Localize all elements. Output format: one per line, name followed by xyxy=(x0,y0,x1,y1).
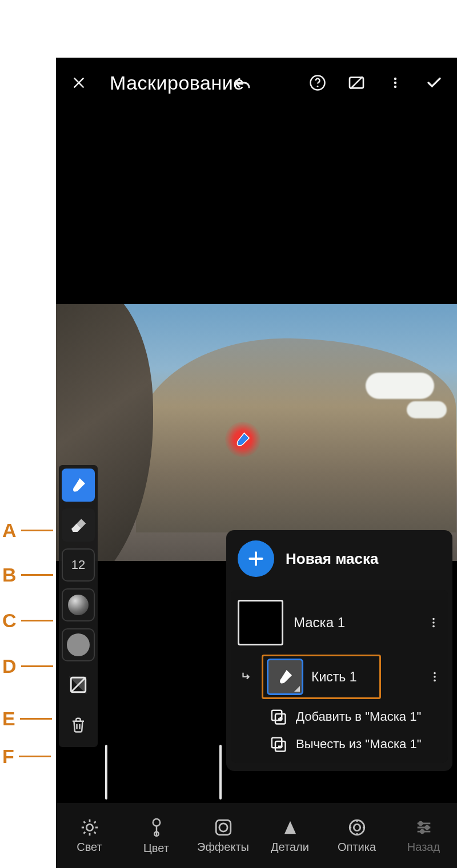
annotation-d: D xyxy=(2,655,53,677)
mask-item[interactable]: Маска 1 xyxy=(233,594,446,651)
close-icon xyxy=(71,75,86,90)
svg-point-21 xyxy=(219,823,227,831)
mask-list: Маска 1 Кисть 1 Добавить xyxy=(231,590,448,763)
annotation-e-label: E xyxy=(2,708,15,730)
delete-mask-button[interactable] xyxy=(62,708,95,741)
svg-point-3 xyxy=(394,78,396,80)
add-to-mask-label: Добавить в "Маска 1" xyxy=(296,709,421,724)
nav-light[interactable]: Свет xyxy=(56,818,123,854)
app-bar: Маскирование xyxy=(56,58,457,108)
svg-point-4 xyxy=(394,82,396,84)
mask-thumbnail xyxy=(238,600,283,645)
svg-point-8 xyxy=(432,621,435,624)
new-mask-button[interactable] xyxy=(238,540,274,577)
help-button[interactable] xyxy=(305,70,330,95)
mask-component-row: Кисть 1 xyxy=(233,651,446,703)
feather-icon xyxy=(68,595,89,615)
cloud-shape xyxy=(366,373,434,399)
component-label: Кисть 1 xyxy=(311,669,356,685)
trash-icon xyxy=(70,716,87,733)
sliders-icon xyxy=(414,818,434,837)
annotation-d-label: D xyxy=(2,655,17,677)
detail-icon xyxy=(282,818,299,837)
slider-tick xyxy=(105,745,107,800)
toggle-preview-button[interactable] xyxy=(344,70,369,95)
svg-point-24 xyxy=(419,822,422,825)
invert-mask-button[interactable] xyxy=(62,668,95,701)
light-icon xyxy=(80,818,99,837)
component-thumbnail xyxy=(267,659,303,695)
nav-detail[interactable]: Детали xyxy=(256,818,323,854)
invert-icon xyxy=(69,675,88,695)
paint-tool[interactable] xyxy=(62,469,95,502)
image-canvas[interactable] xyxy=(56,304,457,561)
svg-point-23 xyxy=(354,824,360,830)
brush-toolbar: 12 xyxy=(59,465,98,747)
mask-component-item[interactable]: Кисть 1 xyxy=(262,655,381,699)
subtract-from-mask-button[interactable]: Вычесть из "Маска 1" xyxy=(233,730,446,757)
slider-tick xyxy=(219,745,222,800)
nav-effects-label: Эффекты xyxy=(197,841,249,854)
help-icon xyxy=(309,74,326,91)
cloud-shape xyxy=(407,401,447,418)
new-mask-label: Новая маска xyxy=(286,550,378,568)
mask-item-label: Маска 1 xyxy=(294,615,416,631)
indent-arrow-icon xyxy=(240,671,252,683)
nav-color-label: Цвет xyxy=(143,842,169,855)
app-title: Маскирование xyxy=(110,72,244,94)
nav-optics-label: Оптика xyxy=(338,841,376,854)
bottom-nav: Свет Цвет Эффекты Детали Оптика Назад xyxy=(56,803,457,868)
annotation-e: E xyxy=(2,708,52,730)
mask-brush-marker[interactable] xyxy=(225,422,260,457)
annotation-a-label: A xyxy=(2,519,17,542)
nav-optics[interactable]: Оптика xyxy=(323,818,390,854)
masks-panel: Новая маска Маска 1 Кисть 1 xyxy=(226,530,452,771)
effects-icon xyxy=(214,818,233,837)
color-icon xyxy=(148,817,165,838)
nav-detail-label: Детали xyxy=(271,841,309,854)
annotation-c: C xyxy=(2,609,53,632)
nav-effects[interactable]: Эффекты xyxy=(190,818,256,854)
subtract-from-mask-label: Вычесть из "Маска 1" xyxy=(296,737,421,752)
check-icon xyxy=(426,74,443,91)
erase-tool[interactable] xyxy=(62,508,95,542)
add-layer-icon xyxy=(270,708,287,725)
add-to-mask-button[interactable]: Добавить в "Маска 1" xyxy=(233,703,446,730)
close-button[interactable] xyxy=(66,70,91,95)
nav-light-label: Свет xyxy=(77,841,102,854)
brush-icon xyxy=(234,431,251,448)
undo-button[interactable] xyxy=(230,70,255,95)
no-preview-icon xyxy=(347,74,366,92)
more-button[interactable] xyxy=(383,70,408,95)
brush-size-value: 12 xyxy=(71,558,85,572)
kebab-icon xyxy=(388,76,402,90)
brush-flow-button[interactable] xyxy=(62,628,95,661)
svg-point-5 xyxy=(394,86,396,88)
confirm-button[interactable] xyxy=(422,70,447,95)
annotation-b: B xyxy=(2,564,53,586)
component-more-button[interactable] xyxy=(427,665,442,688)
annotation-f-label: F xyxy=(2,745,14,768)
brush-icon xyxy=(69,476,87,494)
svg-point-22 xyxy=(350,820,364,835)
annotation-f: F xyxy=(2,745,51,768)
brush-feather-button[interactable] xyxy=(62,588,95,621)
app-screen: Маскирование xyxy=(56,58,457,868)
annotation-c-label: C xyxy=(2,609,17,632)
eraser-icon xyxy=(69,516,87,534)
svg-point-17 xyxy=(86,824,93,830)
svg-point-12 xyxy=(434,680,436,682)
svg-rect-20 xyxy=(216,820,231,835)
brush-size-button[interactable]: 12 xyxy=(62,548,95,582)
svg-point-9 xyxy=(432,625,435,628)
annotation-b-label: B xyxy=(2,564,17,586)
kebab-icon xyxy=(427,616,440,629)
mask-item-more-button[interactable] xyxy=(426,611,441,634)
svg-point-26 xyxy=(420,830,424,833)
svg-point-18 xyxy=(153,819,160,826)
nav-back[interactable]: Назад xyxy=(390,818,457,854)
svg-point-25 xyxy=(425,826,428,829)
svg-point-7 xyxy=(432,618,435,620)
nav-color[interactable]: Цвет xyxy=(123,817,190,855)
brush-icon xyxy=(276,668,294,686)
